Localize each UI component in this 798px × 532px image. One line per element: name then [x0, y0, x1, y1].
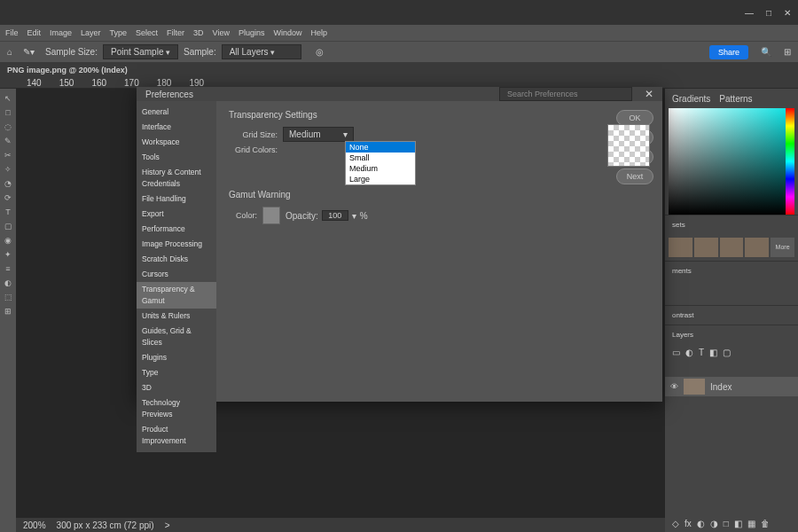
tool-button[interactable]: ↖: [2, 92, 14, 105]
next-button[interactable]: Next: [616, 168, 653, 184]
menu-file[interactable]: File: [5, 28, 19, 37]
prefs-nav-item[interactable]: Scratch Disks: [137, 252, 216, 267]
opacity-input[interactable]: [322, 210, 348, 221]
panel-layers[interactable]: Layers: [665, 325, 798, 344]
zoom-level[interactable]: 200%: [23, 520, 46, 530]
eyedropper-icon[interactable]: ✎▾: [23, 47, 35, 57]
filter-icon[interactable]: ◧: [709, 348, 717, 357]
menu-help[interactable]: Help: [311, 28, 328, 37]
tool-button[interactable]: T: [2, 206, 14, 218]
layer-action-icon[interactable]: ▦: [747, 519, 755, 528]
menu-view[interactable]: View: [213, 28, 230, 37]
preset-thumb[interactable]: [694, 238, 718, 257]
menu-type[interactable]: Type: [110, 28, 128, 37]
adjust-contrast[interactable]: ontrast: [665, 305, 798, 325]
document-tab[interactable]: PNG image.png @ 200% (Index): [7, 66, 128, 74]
filter-icon[interactable]: ▢: [723, 348, 731, 357]
prefs-nav-item[interactable]: File Handling: [137, 192, 216, 207]
tool-button[interactable]: ◐: [2, 277, 14, 289]
prefs-nav-item[interactable]: Product Improvement: [137, 422, 216, 449]
close-icon[interactable]: ✕: [784, 8, 791, 18]
layer-row[interactable]: 👁 Index: [665, 377, 798, 396]
prefs-nav-item[interactable]: Plugins: [137, 350, 216, 365]
menu-plugins[interactable]: Plugins: [239, 28, 265, 37]
dropdown-option[interactable]: Large: [346, 174, 415, 184]
prefs-nav-item[interactable]: Export: [137, 207, 216, 222]
layer-action-icon[interactable]: □: [724, 519, 729, 528]
layer-action-icon[interactable]: ◇: [672, 519, 679, 528]
share-button[interactable]: Share: [709, 45, 748, 59]
search-icon[interactable]: 🔍: [761, 47, 771, 57]
prefs-nav-item[interactable]: Type: [137, 365, 216, 380]
prefs-nav-item[interactable]: Transparency & Gamut: [137, 282, 216, 309]
tool-button[interactable]: ⬚: [2, 291, 14, 303]
color-picker[interactable]: [669, 108, 794, 215]
tool-button[interactable]: ⊞: [2, 305, 14, 317]
dropdown-option[interactable]: None: [346, 142, 415, 153]
tab-gradients[interactable]: Gradients: [672, 94, 710, 104]
tool-button[interactable]: ≡: [2, 262, 14, 275]
tool-button[interactable]: ▢: [2, 220, 14, 232]
prefs-nav-item[interactable]: Performance: [137, 222, 216, 237]
layer-action-icon[interactable]: ◐: [697, 519, 705, 528]
tool-button[interactable]: ✎: [2, 135, 14, 147]
menu-edit[interactable]: Edit: [27, 28, 42, 37]
prefs-nav-item[interactable]: History & Content Credentials: [137, 165, 216, 192]
menu-window[interactable]: Window: [274, 28, 302, 37]
maximize-icon[interactable]: □: [766, 8, 771, 18]
preset-thumb[interactable]: [745, 238, 769, 257]
tool-button[interactable]: ◔: [2, 177, 14, 190]
workspace-icon[interactable]: ⊞: [784, 47, 791, 57]
preset-thumb[interactable]: [669, 238, 692, 257]
dropdown-option[interactable]: Small: [346, 153, 415, 163]
tool-button[interactable]: □: [2, 106, 14, 119]
opacity-stepper[interactable]: ▾: [352, 211, 356, 221]
chevron-right-icon[interactable]: >: [165, 520, 170, 530]
visibility-icon[interactable]: 👁: [670, 382, 678, 391]
prefs-nav-item[interactable]: Interface: [137, 120, 216, 135]
prefs-nav-item[interactable]: Tools: [137, 150, 216, 165]
prefs-nav-item[interactable]: Image Processing: [137, 237, 216, 252]
search-input[interactable]: Search Preferences: [499, 87, 632, 101]
panel-adjustments[interactable]: ments: [665, 261, 798, 280]
prefs-nav-item[interactable]: 3D: [137, 380, 216, 395]
prefs-nav-item[interactable]: General: [137, 105, 216, 120]
prefs-nav-item[interactable]: Cursors: [137, 267, 216, 282]
menu-image[interactable]: Image: [50, 28, 72, 37]
minimize-icon[interactable]: —: [745, 8, 754, 18]
tool-button[interactable]: ✂: [2, 149, 14, 161]
tool-button[interactable]: ◉: [2, 234, 14, 246]
layer-action-icon[interactable]: fx: [685, 519, 692, 528]
prefs-nav-item[interactable]: Technology Previews: [137, 395, 216, 422]
prefs-nav-item[interactable]: Guides, Grid & Slices: [137, 324, 216, 350]
home-icon[interactable]: ⌂: [7, 47, 12, 57]
hue-slider[interactable]: [786, 108, 794, 215]
layer-action-icon[interactable]: 🗑: [761, 519, 770, 528]
filter-icon[interactable]: ◐: [685, 348, 693, 357]
prefs-nav-item[interactable]: Units & Rulers: [137, 309, 216, 324]
filter-icon[interactable]: T: [699, 348, 704, 357]
gamut-color-swatch[interactable]: [262, 207, 280, 224]
prefs-nav-item[interactable]: Workspace: [137, 135, 216, 150]
sample-size-select[interactable]: Point Sample ▾: [103, 44, 178, 59]
layer-action-icon[interactable]: ◑: [710, 519, 718, 528]
menu-3d[interactable]: 3D: [193, 28, 204, 37]
tool-button[interactable]: ⟳: [2, 192, 14, 204]
tab-patterns[interactable]: Patterns: [719, 94, 752, 104]
tool-button[interactable]: ◌: [2, 121, 14, 133]
layer-action-icon[interactable]: ◧: [734, 519, 742, 528]
dropdown-option[interactable]: Medium: [346, 163, 415, 174]
grid-size-dropdown[interactable]: NoneSmallMediumLarge: [345, 141, 416, 185]
menu-layer[interactable]: Layer: [81, 28, 101, 37]
menu-filter[interactable]: Filter: [167, 28, 184, 37]
panel-presets[interactable]: sets: [665, 215, 798, 234]
close-icon[interactable]: ✕: [645, 88, 653, 100]
preset-more[interactable]: More: [771, 238, 794, 257]
tool-button[interactable]: ✦: [2, 248, 14, 261]
filter-icon[interactable]: ▭: [672, 348, 680, 357]
ring-icon[interactable]: ◎: [316, 47, 324, 57]
preset-thumb[interactable]: [720, 238, 744, 257]
tool-button[interactable]: ✧: [2, 163, 14, 176]
grid-size-select[interactable]: Medium▾: [283, 127, 354, 142]
sample-select[interactable]: All Layers ▾: [222, 44, 301, 59]
